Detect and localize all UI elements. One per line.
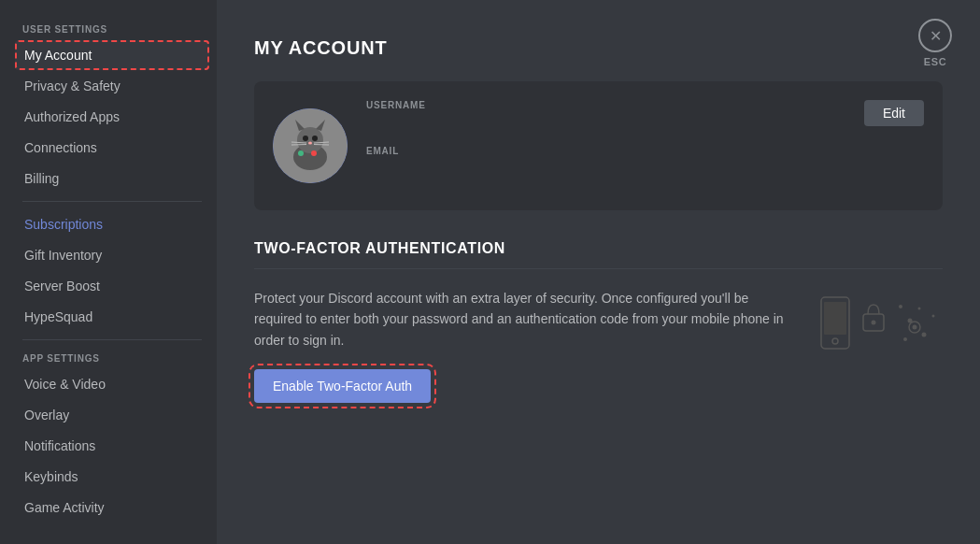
account-info: USERNAME EMAIL bbox=[366, 100, 845, 192]
enable-tfa-button[interactable]: Enable Two-Factor Auth bbox=[254, 369, 431, 403]
svg-point-23 bbox=[922, 333, 927, 337]
tfa-description: Protect your Discord account with an ext… bbox=[254, 288, 793, 351]
esc-button[interactable]: ✕ ESC bbox=[918, 19, 952, 67]
svg-point-18 bbox=[872, 321, 876, 325]
username-label: USERNAME bbox=[366, 100, 845, 110]
svg-point-24 bbox=[932, 315, 935, 318]
tfa-illustration bbox=[812, 288, 943, 363]
sidebar-item-authorized-apps[interactable]: Authorized Apps bbox=[15, 102, 209, 132]
avatar-image bbox=[273, 108, 348, 183]
sidebar-item-privacy-safety[interactable]: Privacy & Safety bbox=[15, 71, 209, 101]
username-value bbox=[366, 114, 845, 131]
sidebar-item-game-activity[interactable]: Game Activity bbox=[15, 493, 209, 523]
sidebar-item-hypesquad[interactable]: HypeSquad bbox=[15, 302, 209, 332]
sidebar-item-notifications[interactable]: Notifications bbox=[15, 431, 209, 461]
sidebar-divider-1 bbox=[22, 201, 202, 202]
sidebar: USER SETTINGS My Account Privacy & Safet… bbox=[0, 0, 217, 544]
sidebar-item-server-boost[interactable]: Server Boost bbox=[15, 271, 209, 301]
tfa-divider bbox=[254, 268, 943, 269]
tfa-section-title: TWO-FACTOR AUTHENTICATION bbox=[254, 240, 943, 257]
svg-point-6 bbox=[312, 136, 318, 141]
sidebar-divider-2 bbox=[22, 339, 202, 340]
account-card: USERNAME EMAIL Edit bbox=[254, 81, 943, 210]
sidebar-item-connections[interactable]: Connections bbox=[15, 133, 209, 163]
svg-point-12 bbox=[298, 150, 304, 156]
main-content: ✕ ESC MY ACCOUNT bbox=[217, 0, 980, 544]
sidebar-item-gift-inventory[interactable]: Gift Inventory bbox=[15, 240, 209, 270]
esc-label: ESC bbox=[924, 56, 946, 67]
svg-point-7 bbox=[308, 142, 312, 145]
avatar bbox=[273, 108, 348, 183]
svg-rect-15 bbox=[824, 302, 846, 335]
sidebar-item-my-account[interactable]: My Account bbox=[15, 40, 209, 70]
app-settings-header: APP SETTINGS bbox=[15, 348, 209, 367]
svg-point-16 bbox=[832, 338, 838, 344]
svg-point-5 bbox=[303, 136, 308, 141]
svg-point-2 bbox=[297, 127, 323, 153]
svg-line-11 bbox=[314, 145, 329, 146]
svg-point-19 bbox=[899, 305, 902, 308]
tfa-svg bbox=[812, 288, 943, 363]
page-title: MY ACCOUNT bbox=[254, 37, 943, 59]
esc-circle: ✕ bbox=[918, 19, 952, 52]
sidebar-item-billing[interactable]: Billing bbox=[15, 164, 209, 193]
user-settings-header: USER SETTINGS bbox=[15, 19, 209, 38]
sidebar-item-subscriptions[interactable]: Subscriptions bbox=[15, 209, 209, 239]
tfa-row: Protect your Discord account with an ext… bbox=[254, 288, 943, 403]
email-label: EMAIL bbox=[366, 146, 845, 156]
tfa-text-area: Protect your Discord account with an ext… bbox=[254, 288, 793, 403]
email-value bbox=[366, 160, 845, 177]
svg-point-13 bbox=[311, 150, 317, 156]
sidebar-item-voice-video[interactable]: Voice & Video bbox=[15, 369, 209, 399]
tfa-section: TWO-FACTOR AUTHENTICATION Protect your D… bbox=[254, 240, 943, 403]
svg-point-21 bbox=[918, 308, 921, 310]
sidebar-item-keybinds[interactable]: Keybinds bbox=[15, 462, 209, 492]
esc-icon: ✕ bbox=[930, 27, 942, 45]
sidebar-item-overlay[interactable]: Overlay bbox=[15, 400, 209, 430]
svg-point-26 bbox=[913, 325, 917, 330]
svg-point-22 bbox=[903, 337, 907, 341]
svg-line-9 bbox=[291, 145, 306, 146]
edit-button[interactable]: Edit bbox=[864, 100, 924, 126]
